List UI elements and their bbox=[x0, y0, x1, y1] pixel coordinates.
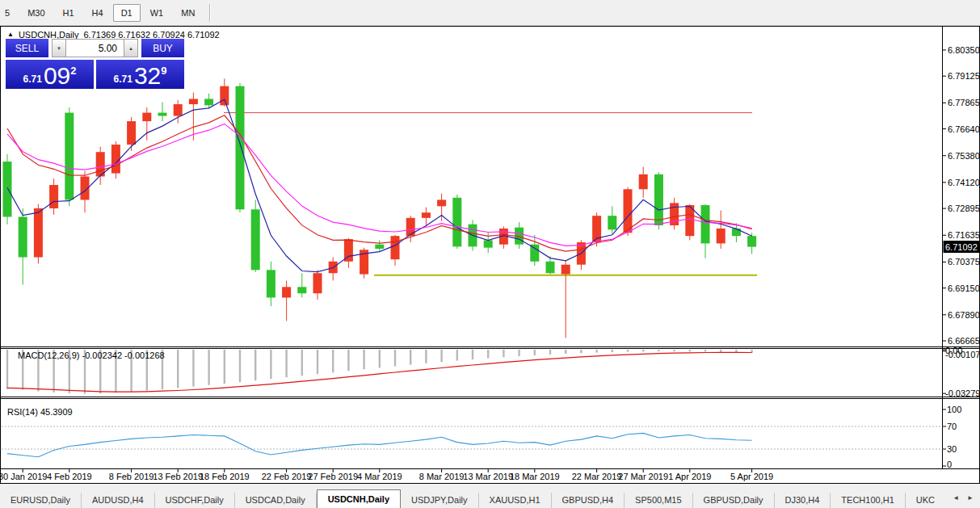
svg-text:30 Jan 2019: 30 Jan 2019 bbox=[1, 472, 47, 481]
chart-tab-audusd-h4[interactable]: AUDUSD,H4 bbox=[82, 493, 155, 508]
svg-text:6.69150: 6.69150 bbox=[948, 283, 979, 293]
chart-tab-xauusd-h1[interactable]: XAUUSD,H1 bbox=[479, 493, 552, 508]
candle-body bbox=[267, 270, 275, 297]
candle-body bbox=[297, 287, 306, 293]
rsi-axis[interactable]: 10070300 bbox=[943, 405, 962, 469]
candle-body bbox=[406, 218, 415, 236]
svg-text:18 Feb 2019: 18 Feb 2019 bbox=[200, 472, 250, 481]
svg-text:6.74120: 6.74120 bbox=[948, 178, 979, 187]
current-price-label: 6.71092 bbox=[944, 241, 980, 253]
candle-body bbox=[251, 209, 260, 270]
sell-price-display[interactable]: 6.71 09 2 bbox=[6, 60, 94, 89]
buy-price-big-digits: 32 bbox=[134, 64, 161, 88]
volume-increase-button[interactable]: ▴ bbox=[124, 39, 138, 57]
timeframe-button-m30[interactable]: M30 bbox=[19, 4, 53, 22]
svg-text:6.76640: 6.76640 bbox=[948, 124, 979, 134]
candle-body bbox=[639, 174, 648, 189]
chart-tab-ukc[interactable]: UKC bbox=[906, 493, 946, 508]
timeframe-toolbar: 5M30H1H4D1W1MN bbox=[0, 0, 980, 26]
sell-price-big-digits: 09 bbox=[44, 64, 70, 88]
svg-text:22 Mar 2019: 22 Mar 2019 bbox=[572, 472, 622, 481]
candle-body bbox=[375, 245, 384, 249]
svg-text:13 Feb 2019: 13 Feb 2019 bbox=[153, 472, 203, 481]
candle-body bbox=[530, 245, 539, 262]
svg-text:6.75380: 6.75380 bbox=[948, 151, 979, 161]
chart-tab-usdjpy-daily[interactable]: USDJPY,Daily bbox=[401, 493, 479, 508]
candle-body bbox=[189, 99, 198, 104]
candle-body bbox=[49, 185, 58, 208]
macd-axis[interactable]: 0.00-0.001072-0.032799 bbox=[943, 346, 980, 398]
candle-body bbox=[546, 262, 555, 273]
svg-text:13 Mar 2019: 13 Mar 2019 bbox=[463, 472, 513, 481]
candle-body bbox=[624, 189, 633, 233]
svg-text:6.71635: 6.71635 bbox=[948, 230, 979, 240]
chart-tab-dj30-h4[interactable]: DJ30,H4 bbox=[775, 493, 831, 508]
timeframe-button-w1[interactable]: W1 bbox=[142, 4, 172, 22]
svg-text:-0.032799: -0.032799 bbox=[945, 388, 979, 398]
candle-body bbox=[747, 236, 756, 246]
price-axis[interactable]: 6.803506.791256.778656.766406.753806.741… bbox=[943, 45, 980, 346]
timeframe-button-h1[interactable]: H1 bbox=[55, 4, 82, 22]
svg-text:4 Mar 2019: 4 Mar 2019 bbox=[357, 472, 402, 481]
chart-canvas[interactable]: 6.803506.791256.778656.766406.753806.741… bbox=[1, 27, 979, 483]
timeframe-button-h4[interactable]: H4 bbox=[84, 4, 111, 22]
candlesticks bbox=[3, 78, 757, 338]
time-axis[interactable]: 30 Jan 20194 Feb 20198 Feb 201913 Feb 20… bbox=[1, 469, 773, 481]
buy-button[interactable]: BUY bbox=[141, 39, 184, 57]
buy-price-display[interactable]: 6.71 32 9 bbox=[96, 60, 184, 89]
candle-body bbox=[34, 208, 43, 258]
chart-tab-gbpusd-daily[interactable]: GBPUSD,Daily bbox=[693, 493, 775, 508]
svg-text:MACD(12,26,9) -0.002342 -0.001: MACD(12,26,9) -0.002342 -0.001268 bbox=[18, 351, 165, 360]
volume-input[interactable]: 5.00 bbox=[66, 39, 124, 57]
svg-text:6.67890: 6.67890 bbox=[948, 310, 979, 320]
timeframe-button-5[interactable]: 5 bbox=[0, 4, 18, 22]
sell-price-pip-digit: 2 bbox=[70, 65, 76, 77]
candle-body bbox=[562, 265, 570, 275]
sell-button[interactable]: SELL bbox=[6, 39, 48, 57]
chart-tab-tech100-h1[interactable]: TECH100,H1 bbox=[831, 493, 905, 508]
rsi-line bbox=[7, 433, 752, 456]
svg-text:100: 100 bbox=[947, 405, 961, 414]
svg-text:30: 30 bbox=[947, 444, 957, 454]
svg-text:1 Apr 2019: 1 Apr 2019 bbox=[668, 472, 711, 481]
macd-indicator-label: MACD(12,26,9) -0.002342 -0.001268 bbox=[18, 351, 165, 360]
svg-text:6.79125: 6.79125 bbox=[948, 71, 979, 81]
candle-body bbox=[236, 86, 245, 210]
chart-tab-usdcad-daily[interactable]: USDCAD,Daily bbox=[235, 493, 317, 508]
tab-scroll-controls: ◄ ► bbox=[943, 488, 980, 508]
candle-body bbox=[282, 287, 291, 297]
volume-decrease-button[interactable]: ▾ bbox=[52, 39, 66, 57]
candle-body bbox=[313, 273, 322, 293]
svg-text:27 Mar 2019: 27 Mar 2019 bbox=[618, 472, 668, 481]
svg-text:70: 70 bbox=[947, 422, 957, 431]
svg-text:6.77865: 6.77865 bbox=[948, 98, 979, 107]
chart-tab-sp500-m15[interactable]: SP500,M15 bbox=[625, 493, 692, 508]
svg-text:5 Apr 2019: 5 Apr 2019 bbox=[730, 472, 773, 481]
chart-tab-eurusd-daily[interactable]: EURUSD,Daily bbox=[0, 493, 82, 508]
mt4-window: 5M30H1H4D1W1MN 6.803506.791256.778656.76… bbox=[0, 0, 980, 508]
candle-body bbox=[732, 229, 741, 236]
candle-body bbox=[127, 121, 136, 145]
candle-body bbox=[391, 236, 400, 259]
chart-tab-bar: EURUSD,DailyAUDUSD,H4USDCHF,DailyUSDCAD,… bbox=[0, 488, 980, 508]
svg-text:6.70375: 6.70375 bbox=[948, 257, 979, 267]
chart-tab-gbpusd-h4[interactable]: GBPUSD,H4 bbox=[552, 493, 625, 508]
timeframe-button-mn[interactable]: MN bbox=[173, 4, 203, 22]
candle-body bbox=[452, 198, 461, 247]
candle-body bbox=[717, 229, 726, 243]
svg-text:4 Feb 2019: 4 Feb 2019 bbox=[47, 472, 92, 481]
collapse-chart-icon[interactable]: ▲ bbox=[7, 31, 14, 38]
chart-tab-usdcnh-daily[interactable]: USDCNH,Daily bbox=[317, 489, 401, 508]
candle-body bbox=[111, 145, 120, 174]
candle-body bbox=[701, 205, 710, 243]
svg-text:6.71092: 6.71092 bbox=[945, 242, 978, 252]
sell-price-prefix: 6.71 bbox=[23, 73, 42, 85]
svg-text:18 Mar 2019: 18 Mar 2019 bbox=[510, 472, 560, 481]
chart-tab-usdchf-daily[interactable]: USDCHF,Daily bbox=[155, 493, 235, 508]
tab-scroll-right-button[interactable]: ► bbox=[964, 493, 977, 503]
tab-scroll-left-button[interactable]: ◄ bbox=[949, 493, 962, 503]
candle-body bbox=[65, 113, 74, 200]
timeframe-button-d1[interactable]: D1 bbox=[113, 4, 141, 22]
toolbar-separator bbox=[209, 4, 211, 22]
candle-body bbox=[484, 240, 493, 247]
